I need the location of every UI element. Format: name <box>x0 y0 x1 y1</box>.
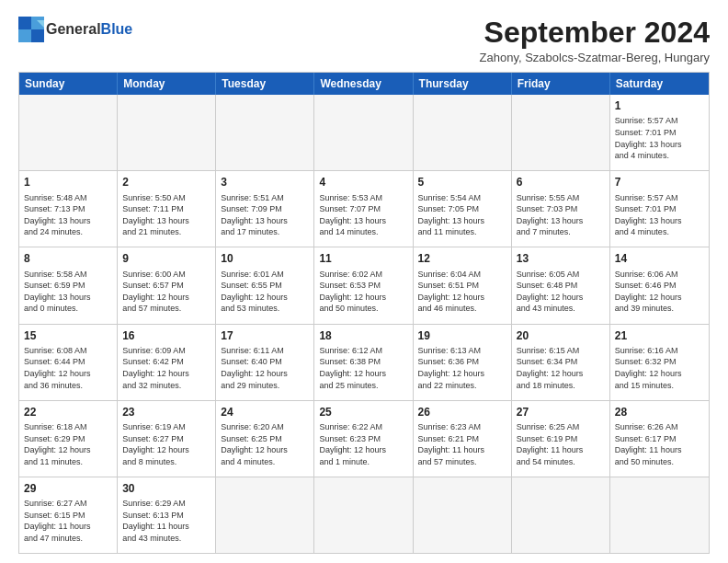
calendar-row: 1Sunrise: 5:48 AMSunset: 7:13 PMDaylight… <box>19 171 709 247</box>
table-row: 7Sunrise: 5:57 AMSunset: 7:01 PMDaylight… <box>610 171 709 247</box>
day-number: 26 <box>418 405 506 419</box>
day-number: 23 <box>122 405 210 419</box>
table-row: 2Sunrise: 5:50 AMSunset: 7:11 PMDaylight… <box>118 171 216 247</box>
cell-details: Sunrise: 5:55 AMSunset: 7:03 PMDaylight:… <box>517 192 605 238</box>
day-number: 17 <box>221 328 309 343</box>
table-row: 24Sunrise: 6:20 AMSunset: 6:25 PMDayligh… <box>216 401 314 477</box>
calendar-row: 8Sunrise: 5:58 AMSunset: 6:59 PMDaylight… <box>19 247 709 324</box>
cell-details: Sunrise: 6:26 AMSunset: 6:17 PMDaylight:… <box>615 421 704 467</box>
table-row: 10Sunrise: 6:01 AMSunset: 6:55 PMDayligh… <box>216 247 314 323</box>
svg-rect-2 <box>18 29 31 42</box>
cell-details: Sunrise: 5:51 AMSunset: 7:09 PMDaylight:… <box>221 192 309 238</box>
cell-details: Sunrise: 5:54 AMSunset: 7:05 PMDaylight:… <box>418 192 506 238</box>
table-row <box>414 477 512 553</box>
table-row <box>512 95 610 170</box>
table-row <box>414 95 512 170</box>
day-number: 30 <box>122 481 210 496</box>
calendar-page: GeneralBlue September 2024 Zahony, Szabo… <box>0 0 728 563</box>
calendar-row: 29Sunrise: 6:27 AMSunset: 6:15 PMDayligh… <box>19 477 709 553</box>
table-row: 18Sunrise: 6:12 AMSunset: 6:38 PMDayligh… <box>314 325 413 400</box>
day-number: 2 <box>122 175 210 190</box>
table-row <box>216 477 314 553</box>
day-number: 11 <box>319 251 407 266</box>
cell-details: Sunrise: 6:15 AMSunset: 6:34 PMDaylight:… <box>517 345 605 391</box>
day-number: 6 <box>517 175 605 190</box>
day-number: 4 <box>319 175 407 190</box>
month-year: September 2024 <box>480 17 710 49</box>
table-row: 12Sunrise: 6:04 AMSunset: 6:51 PMDayligh… <box>414 247 512 323</box>
table-row: 29Sunrise: 6:27 AMSunset: 6:15 PMDayligh… <box>19 477 118 553</box>
calendar-body: 1Sunrise: 5:57 AMSunset: 7:01 PMDaylight… <box>19 95 709 553</box>
cell-details: Sunrise: 6:05 AMSunset: 6:48 PMDaylight:… <box>517 269 605 315</box>
cell-details: Sunrise: 6:25 AMSunset: 6:19 PMDaylight:… <box>517 421 605 467</box>
day-number: 1 <box>615 98 704 113</box>
day-number: 5 <box>418 175 506 190</box>
table-row <box>512 477 610 553</box>
table-row <box>118 95 216 170</box>
cell-details: Sunrise: 6:27 AMSunset: 6:15 PMDaylight:… <box>24 498 112 544</box>
cell-details: Sunrise: 6:01 AMSunset: 6:55 PMDaylight:… <box>221 269 309 315</box>
cell-details: Sunrise: 6:29 AMSunset: 6:13 PMDaylight:… <box>122 498 210 544</box>
table-row: 19Sunrise: 6:13 AMSunset: 6:36 PMDayligh… <box>414 325 512 400</box>
cell-details: Sunrise: 5:48 AMSunset: 7:13 PMDaylight:… <box>24 192 112 238</box>
cell-details: Sunrise: 6:13 AMSunset: 6:36 PMDaylight:… <box>418 345 506 391</box>
table-row <box>216 95 314 170</box>
table-row: 21Sunrise: 6:16 AMSunset: 6:32 PMDayligh… <box>610 325 709 400</box>
cell-details: Sunrise: 6:20 AMSunset: 6:25 PMDaylight:… <box>221 421 309 467</box>
table-row: 13Sunrise: 6:05 AMSunset: 6:48 PMDayligh… <box>512 247 610 323</box>
cell-details: Sunrise: 6:19 AMSunset: 6:27 PMDaylight:… <box>122 421 210 467</box>
header-wednesday: Wednesday <box>314 73 413 95</box>
day-number: 29 <box>24 481 112 496</box>
svg-rect-3 <box>31 29 44 42</box>
table-row: 1Sunrise: 5:48 AMSunset: 7:13 PMDaylight… <box>19 171 118 247</box>
table-row: 22Sunrise: 6:18 AMSunset: 6:29 PMDayligh… <box>19 401 118 477</box>
logo-icon <box>18 17 44 42</box>
cell-details: Sunrise: 6:08 AMSunset: 6:44 PMDaylight:… <box>24 345 112 391</box>
day-number: 1 <box>24 175 112 190</box>
table-row <box>314 477 413 553</box>
day-number: 10 <box>221 251 309 266</box>
svg-rect-0 <box>18 17 31 29</box>
day-number: 8 <box>24 251 112 266</box>
day-number: 28 <box>615 405 704 419</box>
table-row: 30Sunrise: 6:29 AMSunset: 6:13 PMDayligh… <box>118 477 216 553</box>
cell-details: Sunrise: 5:58 AMSunset: 6:59 PMDaylight:… <box>24 269 112 315</box>
cell-details: Sunrise: 5:50 AMSunset: 7:11 PMDaylight:… <box>122 192 210 238</box>
logo-general: General <box>46 21 101 37</box>
cell-details: Sunrise: 6:16 AMSunset: 6:32 PMDaylight:… <box>615 345 704 391</box>
calendar-row: 15Sunrise: 6:08 AMSunset: 6:44 PMDayligh… <box>19 325 709 401</box>
day-number: 22 <box>24 405 112 419</box>
logo-blue: Blue <box>101 21 133 37</box>
cell-details: Sunrise: 6:18 AMSunset: 6:29 PMDaylight:… <box>24 421 112 467</box>
table-row: 25Sunrise: 6:22 AMSunset: 6:23 PMDayligh… <box>314 401 413 477</box>
day-number: 7 <box>615 175 704 190</box>
table-row: 15Sunrise: 6:08 AMSunset: 6:44 PMDayligh… <box>19 325 118 400</box>
header: GeneralBlue September 2024 Zahony, Szabo… <box>18 17 710 64</box>
logo: GeneralBlue <box>18 17 132 42</box>
day-number: 13 <box>517 251 605 266</box>
cell-details: Sunrise: 6:02 AMSunset: 6:53 PMDaylight:… <box>319 269 407 315</box>
day-number: 18 <box>319 328 407 343</box>
day-number: 21 <box>615 328 704 343</box>
cell-details: Sunrise: 6:00 AMSunset: 6:57 PMDaylight:… <box>122 269 210 315</box>
table-row: 23Sunrise: 6:19 AMSunset: 6:27 PMDayligh… <box>118 401 216 477</box>
table-row: 3Sunrise: 5:51 AMSunset: 7:09 PMDaylight… <box>216 171 314 247</box>
calendar: Sunday Monday Tuesday Wednesday Thursday… <box>18 72 710 554</box>
cell-details: Sunrise: 5:53 AMSunset: 7:07 PMDaylight:… <box>319 192 407 238</box>
table-row <box>610 477 709 553</box>
cell-details: Sunrise: 6:11 AMSunset: 6:40 PMDaylight:… <box>221 345 309 391</box>
table-row: 28Sunrise: 6:26 AMSunset: 6:17 PMDayligh… <box>610 401 709 477</box>
header-saturday: Saturday <box>610 73 709 95</box>
day-number: 15 <box>24 328 112 343</box>
table-row: 26Sunrise: 6:23 AMSunset: 6:21 PMDayligh… <box>414 401 512 477</box>
day-number: 16 <box>122 328 210 343</box>
header-thursday: Thursday <box>414 73 512 95</box>
day-number: 9 <box>122 251 210 266</box>
day-number: 14 <box>615 251 704 266</box>
table-row: 1Sunrise: 5:57 AMSunset: 7:01 PMDaylight… <box>610 95 709 170</box>
table-row: 17Sunrise: 6:11 AMSunset: 6:40 PMDayligh… <box>216 325 314 400</box>
title-block: September 2024 Zahony, Szabolcs-Szatmar-… <box>480 17 710 64</box>
day-number: 3 <box>221 175 309 190</box>
cell-details: Sunrise: 6:06 AMSunset: 6:46 PMDaylight:… <box>615 269 704 315</box>
day-number: 27 <box>517 405 605 419</box>
